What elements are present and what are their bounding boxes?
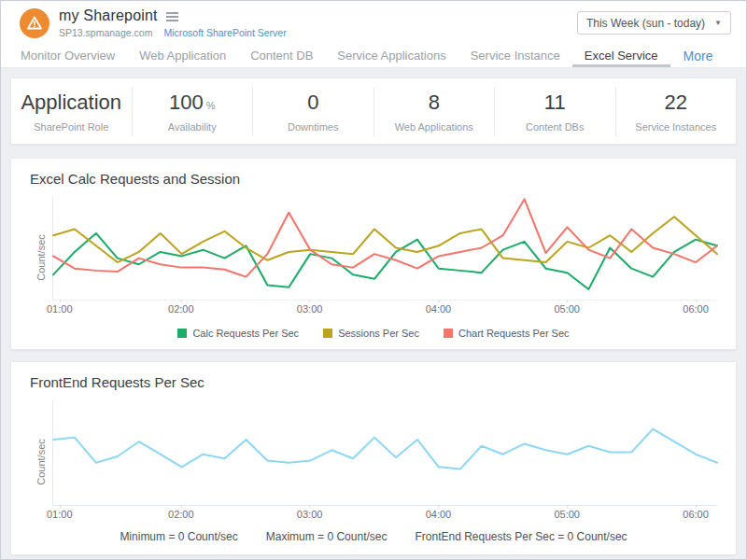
excel-calc-chart-card: Excel Calc Requests and Session Count/se… <box>10 158 737 350</box>
y-axis-label: Count/sec <box>30 399 52 525</box>
stat-value-text: Application <box>21 91 121 114</box>
stat-service-instances: 22Service Instances <box>615 87 737 136</box>
warning-triangle-icon <box>20 8 49 38</box>
stat-value: 8 <box>374 91 495 115</box>
tab-monitor-overview[interactable]: Monitor Overview <box>8 44 127 67</box>
stat-label: Availability <box>133 121 253 133</box>
stat-downtimes: 0Downtimes <box>252 87 374 136</box>
title-block: my Sharepoint SP13.spmanage.com Microsof… <box>59 7 287 38</box>
legend-item-calc-requests-per-sec[interactable]: Calc Requests Per Sec <box>177 328 299 339</box>
x-tick-label: 05:00 <box>554 303 580 315</box>
summary-stat: Maximum = 0 Count/sec <box>266 530 388 543</box>
nav-more-link[interactable]: More <box>670 44 726 67</box>
x-axis-ticks: 01:0002:0003:0004:0005:0006:00 <box>52 509 717 525</box>
legend-swatch <box>323 329 332 338</box>
monitor-host: SP13.spmanage.com <box>59 27 152 38</box>
stat-value: 11 <box>495 91 615 115</box>
line-chart-plot <box>52 196 717 301</box>
y-axis-label: Count/sec <box>30 196 52 319</box>
summary-stat: FrontEnd Requests Per Sec = 0 Count/sec <box>415 530 627 543</box>
monitor-status-logo <box>20 8 49 38</box>
x-tick-label: 03:00 <box>297 303 323 315</box>
x-tick-label: 06:00 <box>683 303 709 315</box>
x-tick-label: 02:00 <box>168 303 194 315</box>
stat-availability: 100%Availability <box>132 87 253 136</box>
legend-item-sessions-per-sec[interactable]: Sessions Per Sec <box>323 328 419 339</box>
stat-value-text: 22 <box>665 91 687 114</box>
stat-sharepoint-role: ApplicationSharePoint Role <box>11 87 132 136</box>
stat-value-text: 0 <box>307 91 318 114</box>
summary-stat: Minimum = 0 Count/sec <box>120 530 237 543</box>
tab-service-applications[interactable]: Service Applications <box>325 44 458 67</box>
stat-content-dbs: 11Content DBs <box>494 87 615 136</box>
legend-label: Chart Requests Per Sec <box>458 328 570 339</box>
x-tick-label: 02:00 <box>168 509 194 520</box>
stat-label: Content DBs <box>495 121 615 133</box>
stat-suffix: % <box>206 100 216 111</box>
time-range-dropdown[interactable]: This Week (sun - today) ▼ <box>577 11 731 35</box>
frontend-requests-chart-card: FrontEnd Requests Per Sec Count/sec 01:0… <box>10 361 737 555</box>
stats-bar: ApplicationSharePoint Role100%Availabili… <box>10 77 737 145</box>
line-chart-plot <box>52 399 717 506</box>
tab-content-db[interactable]: Content DB <box>238 44 325 67</box>
chevron-down-icon: ▼ <box>714 19 722 27</box>
nav-tabs: Monitor OverviewWeb ApplicationContent D… <box>1 44 746 68</box>
stat-value: 22 <box>616 91 737 115</box>
stat-value-text: 8 <box>429 91 440 114</box>
hamburger-menu-icon[interactable] <box>166 10 178 21</box>
x-tick-label: 05:00 <box>554 509 580 520</box>
stat-value: 0 <box>253 91 374 115</box>
tab-service-instance[interactable]: Service Instance <box>458 44 572 67</box>
stat-value: Application <box>11 91 132 115</box>
legend-label: Calc Requests Per Sec <box>192 328 299 339</box>
legend-swatch <box>177 329 187 338</box>
legend-swatch <box>444 329 453 338</box>
sharepoint-server-link[interactable]: Microsoft SharePoint Server <box>163 27 286 38</box>
header: my Sharepoint SP13.spmanage.com Microsof… <box>1 1 746 44</box>
legend-label: Sessions Per Sec <box>338 328 419 339</box>
stat-value: 100% <box>133 91 253 115</box>
stat-value-text: 100 <box>169 91 204 114</box>
x-tick-label: 01:00 <box>47 509 73 520</box>
dashboard-window: my Sharepoint SP13.spmanage.com Microsof… <box>0 0 747 560</box>
time-range-value: This Week (sun - today) <box>586 17 705 30</box>
x-tick-label: 04:00 <box>426 509 452 520</box>
x-tick-label: 03:00 <box>297 509 323 520</box>
tab-web-application[interactable]: Web Application <box>127 44 238 67</box>
stat-value-text: 11 <box>544 91 566 114</box>
stat-label: Service Instances <box>616 121 737 133</box>
legend-item-chart-requests-per-sec[interactable]: Chart Requests Per Sec <box>444 328 570 339</box>
x-tick-label: 06:00 <box>683 509 709 520</box>
chart-summary: Minimum = 0 Count/secMaximum = 0 Count/s… <box>30 530 717 543</box>
tab-excel-service[interactable]: Excel Service <box>572 44 670 67</box>
monitor-title: my Sharepoint <box>59 7 158 24</box>
chart-title: Excel Calc Requests and Session <box>30 171 717 187</box>
x-tick-label: 01:00 <box>47 303 73 315</box>
chart-legend: Calc Requests Per SecSessions Per SecCha… <box>30 321 717 345</box>
stat-label: Downtimes <box>253 121 374 133</box>
stat-label: SharePoint Role <box>11 121 132 133</box>
x-tick-label: 04:00 <box>426 303 452 315</box>
stat-label: Web Applications <box>374 121 495 133</box>
x-axis-ticks: 01:0002:0003:0004:0005:0006:00 <box>52 303 717 319</box>
chart-title: FrontEnd Requests Per Sec <box>30 374 717 390</box>
series-frontend-requests-per-sec <box>53 429 717 469</box>
stat-web-applications: 8Web Applications <box>374 87 495 136</box>
